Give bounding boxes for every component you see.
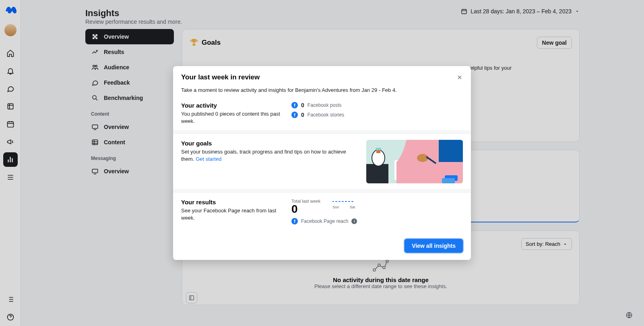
info-icon[interactable]: i: [351, 218, 357, 224]
modal-activity-section: Your activity You published 0 pieces of …: [173, 96, 471, 130]
activity-text: You published 0 pieces of content this p…: [181, 110, 282, 125]
stories-count: 0: [301, 112, 304, 118]
facebook-icon: f: [291, 218, 298, 224]
close-button[interactable]: [454, 72, 465, 83]
modal-results-section: Your results See your Facebook Page reac…: [173, 193, 471, 233]
goals-title: Your goals: [181, 140, 357, 147]
posts-count: 0: [301, 102, 304, 108]
axis-start: Sun: [332, 205, 339, 209]
modal-overlay: Your last week in review Take a moment t…: [0, 0, 644, 326]
facebook-icon: f: [291, 112, 298, 118]
facebook-icon: f: [291, 102, 298, 108]
svg-point-20: [417, 154, 428, 162]
week-review-modal: Your last week in review Take a moment t…: [173, 66, 471, 260]
modal-goals-section: Your goals Set your business goals, trac…: [173, 134, 471, 189]
stories-label: Facebook stories: [308, 112, 344, 118]
svg-rect-27: [442, 178, 455, 183]
goals-illustration: [366, 140, 463, 183]
svg-rect-22: [366, 164, 388, 183]
activity-title: Your activity: [181, 102, 282, 109]
svg-rect-19: [439, 140, 463, 162]
posts-label: Facebook posts: [308, 102, 342, 108]
close-icon: [456, 74, 463, 81]
view-all-insights-button[interactable]: View all insights: [405, 239, 463, 253]
get-started-link[interactable]: Get started: [196, 156, 221, 162]
modal-subtitle: Take a moment to review activity and ins…: [181, 87, 463, 93]
svg-rect-24: [376, 150, 380, 153]
modal-title: Your last week in review: [181, 73, 463, 81]
stat-fb-posts: f 0 Facebook posts: [291, 102, 463, 108]
results-text: See your Facebook Page reach from last w…: [181, 207, 282, 221]
svg-rect-25: [376, 148, 381, 150]
stat-fb-stories: f 0 Facebook stories: [291, 112, 463, 118]
axis-end: Sat: [350, 205, 355, 209]
results-title: Your results: [181, 199, 282, 206]
total-value: 0: [291, 203, 320, 215]
reach-label: Facebook Page reach: [301, 218, 348, 224]
reach-sparkline: Sun Sat: [332, 199, 355, 209]
stat-page-reach: f Facebook Page reach i: [291, 218, 463, 224]
